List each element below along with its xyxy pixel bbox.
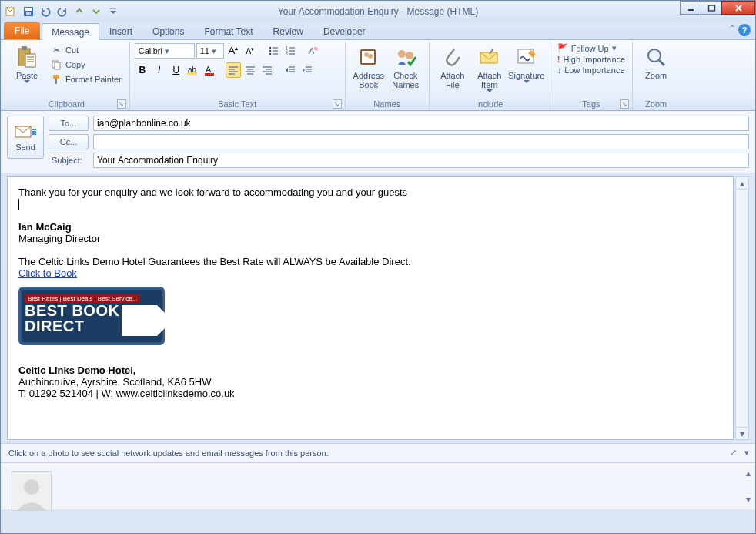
scroll-up-icon[interactable]: ▴ — [746, 468, 751, 479]
svg-point-61 — [648, 49, 661, 62]
high-importance-button[interactable]: !High Importance — [555, 55, 627, 64]
contact-avatar[interactable] — [12, 471, 52, 511]
chevron-down-icon — [24, 80, 30, 84]
check-names-button[interactable]: Check Names — [387, 43, 424, 91]
group-zoom: Zoom Zoom — [633, 42, 679, 109]
next-item-icon[interactable] — [89, 4, 104, 19]
font-name-combo[interactable]: Calibri▾ — [135, 43, 195, 59]
window-title: Your Accommodation Enquiry - Message (HT… — [278, 6, 478, 17]
quick-access-toolbar — [4, 4, 121, 19]
to-button[interactable]: To... — [49, 116, 89, 131]
zoom-button[interactable]: Zoom — [637, 43, 674, 82]
dialog-launcher-icon[interactable]: ↘ — [333, 99, 342, 109]
tab-developer[interactable]: Developer — [313, 22, 376, 39]
to-field[interactable] — [93, 116, 749, 131]
paperclip-icon — [440, 45, 465, 69]
numbering-button[interactable]: 123 — [283, 43, 298, 59]
cc-button[interactable]: Cc... — [49, 134, 89, 149]
attach-item-button[interactable]: Attach Item — [471, 43, 508, 95]
font-size-combo[interactable]: 11▾ — [196, 43, 224, 59]
svg-point-67 — [24, 479, 39, 495]
svg-text:A: A — [308, 46, 314, 55]
subject-label: Subject: — [49, 156, 89, 165]
increase-indent-button[interactable] — [299, 62, 315, 78]
ribbon: Paste ✂Cut Copy Format Painter Clipboard… — [1, 40, 755, 111]
people-pane-hint: Click on a photo to see social network u… — [8, 448, 329, 458]
highlight-button[interactable]: ab — [186, 62, 201, 78]
outlook-icon[interactable] — [4, 4, 19, 19]
group-basic-text: Calibri▾ 11▾ A▴ A▾ 123 A B I U ab A — [130, 42, 346, 109]
dialog-launcher-icon[interactable]: ↘ — [620, 99, 629, 109]
best-book-direct-badge: Best Rates | Best Deals | Best Service..… — [18, 287, 165, 345]
grow-font-button[interactable]: A▴ — [226, 43, 241, 59]
dialog-launcher-icon[interactable]: ↘ — [117, 99, 126, 109]
align-left-button[interactable] — [226, 62, 241, 78]
svg-point-58 — [406, 52, 413, 59]
group-include: Attach File Attach Item Signature Includ… — [430, 42, 550, 109]
signature-icon — [514, 45, 539, 69]
format-painter-button[interactable]: Format Painter — [47, 72, 125, 86]
clear-formatting-button[interactable]: A — [306, 43, 321, 59]
close-button[interactable] — [721, 1, 755, 15]
tab-options[interactable]: Options — [142, 22, 194, 39]
magnifier-icon — [644, 45, 668, 69]
tab-format-text[interactable]: Format Text — [194, 22, 263, 39]
follow-up-button[interactable]: 🚩Follow Up ▾ — [555, 43, 627, 53]
svg-rect-6 — [708, 5, 714, 11]
align-center-button[interactable] — [243, 62, 258, 78]
bullets-button[interactable] — [266, 43, 281, 59]
scroll-up-icon[interactable]: ▴ — [736, 177, 748, 190]
undo-icon[interactable] — [38, 4, 53, 19]
paintbrush-icon — [50, 73, 62, 86]
save-icon[interactable] — [21, 4, 36, 19]
svg-rect-9 — [25, 54, 35, 67]
cc-field[interactable] — [93, 134, 749, 149]
expand-icon[interactable]: ⤢ — [730, 448, 737, 458]
person-silhouette-icon — [13, 473, 50, 510]
tab-insert[interactable]: Insert — [99, 22, 142, 39]
message-body-editor[interactable]: Thank you for your enquiry and we look f… — [7, 176, 734, 440]
help-button[interactable]: ? — [738, 24, 751, 36]
shrink-font-button[interactable]: A▾ — [243, 43, 258, 59]
minimize-button[interactable] — [680, 1, 701, 15]
message-body-wrap: Thank you for your enquiry and we look f… — [1, 173, 755, 443]
decrease-indent-button[interactable] — [283, 62, 298, 78]
redo-icon[interactable] — [55, 4, 70, 19]
subject-field[interactable] — [93, 153, 749, 168]
file-tab[interactable]: File — [4, 22, 40, 39]
title-bar: Your Accommodation Enquiry - Message (HT… — [1, 1, 755, 22]
vertical-scrollbar[interactable]: ▴ ▾ — [735, 176, 749, 440]
align-right-button[interactable] — [259, 62, 275, 78]
address-book-button[interactable]: Address Book — [350, 43, 387, 91]
cut-button[interactable]: ✂Cut — [47, 43, 125, 57]
copy-button[interactable]: Copy — [47, 58, 125, 72]
tab-review[interactable]: Review — [263, 22, 313, 39]
qat-customize-icon[interactable] — [105, 4, 121, 19]
envelope-send-icon — [14, 123, 37, 140]
signature-button[interactable]: Signature — [508, 43, 545, 86]
low-importance-button[interactable]: ↓Low Importance — [555, 65, 627, 75]
svg-rect-3 — [26, 12, 31, 15]
chevron-down-icon: ▾ — [209, 46, 219, 56]
scroll-down-icon[interactable]: ▾ — [746, 494, 751, 505]
paste-button[interactable]: Paste — [8, 43, 45, 86]
italic-button[interactable]: I — [152, 62, 167, 78]
attach-item-icon — [477, 45, 502, 69]
minimize-ribbon-icon[interactable]: ˆ — [731, 25, 734, 35]
maximize-button[interactable] — [701, 1, 722, 15]
svg-point-57 — [398, 50, 406, 58]
send-button[interactable]: Send — [7, 116, 44, 159]
bold-button[interactable]: B — [135, 62, 150, 78]
chevron-down-icon[interactable]: ▾ — [744, 448, 749, 458]
attach-file-button[interactable]: Attach File — [434, 43, 471, 91]
tab-message[interactable]: Message — [42, 23, 99, 40]
font-color-button[interactable]: A — [202, 62, 218, 78]
signature-title: Managing Director — [18, 233, 722, 244]
hotel-address: Auchincruive, Ayrshire, Scotland, KA6 5H… — [18, 376, 722, 388]
hotel-contact: T: 01292 521404 | W: www.celticlinksdemo… — [18, 388, 722, 399]
previous-item-icon[interactable] — [72, 4, 87, 19]
ribbon-tabs: File Message Insert Options Format Text … — [1, 22, 755, 40]
scroll-down-icon[interactable]: ▾ — [736, 427, 748, 439]
book-link[interactable]: Click to Book — [18, 267, 77, 279]
underline-button[interactable]: U — [169, 62, 184, 78]
